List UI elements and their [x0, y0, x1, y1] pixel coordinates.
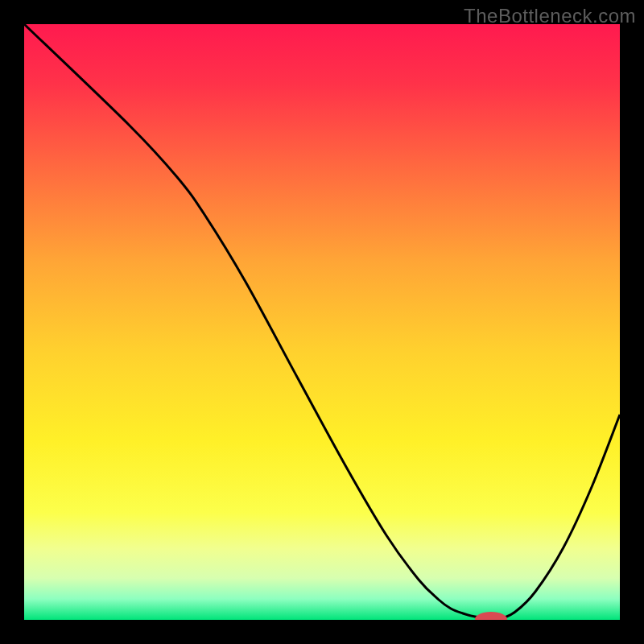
- bottleneck-curve-chart: [0, 0, 644, 644]
- watermark-text: TheBottleneck.com: [464, 5, 636, 27]
- plot-background: [24, 24, 620, 620]
- chart-frame: TheBottleneck.com: [0, 0, 644, 644]
